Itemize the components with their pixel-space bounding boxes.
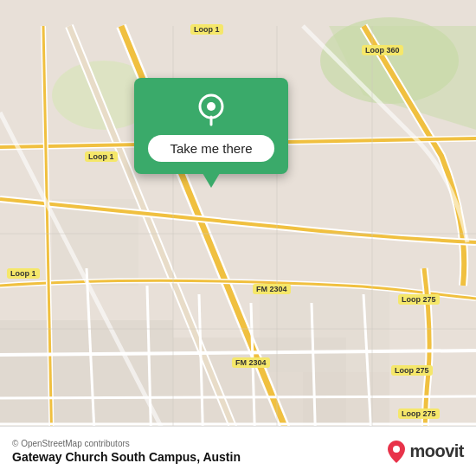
copyright-text: © OpenStreetMap contributors <box>12 439 241 448</box>
location-pin-icon <box>195 93 228 126</box>
bottom-bar: © OpenStreetMap contributors Gateway Chu… <box>0 426 476 476</box>
location-name: Gateway Church South Campus, Austin <box>12 450 241 464</box>
road-label-loop1-left: Loop 1 <box>7 268 40 279</box>
map-container: Loop 1 Loop 360 Loop 1 Loop 1 Loop 275 L… <box>0 0 476 476</box>
location-card: Take me there <box>134 78 288 174</box>
moovit-brand-text: moovit <box>409 441 464 461</box>
road-label-loop1-mid: Loop 1 <box>85 151 118 162</box>
take-me-there-button[interactable]: Take me there <box>148 135 274 162</box>
road-label-fm2304-mid: FM 2304 <box>253 284 291 294</box>
moovit-logo: moovit <box>387 440 464 464</box>
svg-line-18 <box>0 396 476 398</box>
road-label-loop275-fb: Loop 275 <box>398 408 440 419</box>
map-svg <box>0 0 476 476</box>
road-label-fm2304-bot: FM 2304 <box>232 357 270 368</box>
svg-point-35 <box>393 446 400 453</box>
road-label-loop275-br: Loop 275 <box>391 365 433 376</box>
moovit-pin-icon <box>387 440 406 464</box>
bottom-left-info: © OpenStreetMap contributors Gateway Chu… <box>12 439 241 464</box>
road-label-loop1-top: Loop 1 <box>190 24 223 35</box>
road-label-loop275-right: Loop 275 <box>398 294 440 305</box>
road-label-loop360: Loop 360 <box>362 45 403 55</box>
svg-point-33 <box>207 102 215 111</box>
